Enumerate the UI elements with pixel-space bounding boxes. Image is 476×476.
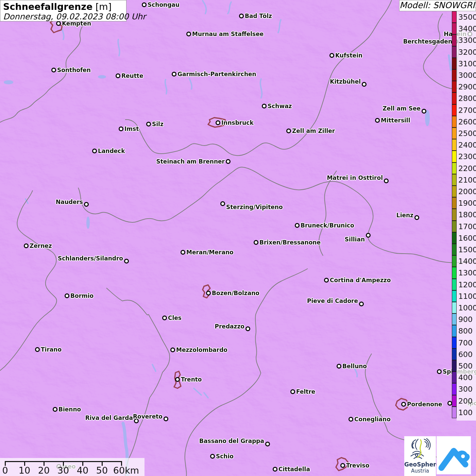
- mountain-cloud-icon: [437, 436, 471, 474]
- colorbar-tick-label: 900: [458, 316, 473, 323]
- partner-logo: [437, 436, 471, 474]
- city-marker-predazzo: [245, 326, 250, 331]
- weather-map: SchongauBad TölzKemptenMurnau am Staffel…: [0, 0, 476, 476]
- city-marker-spilimbergo: [437, 369, 442, 374]
- colorbar-segment: [452, 383, 457, 395]
- city-label: Kufstein: [335, 52, 362, 59]
- colorbar-segment: [452, 325, 457, 337]
- city-marker-nauders: [84, 202, 89, 207]
- city-label: Silz: [152, 121, 164, 128]
- colorbar-tick-label: 1800: [458, 211, 476, 219]
- geosphere-logo: GeoSphere Austria: [404, 436, 436, 476]
- colorbar-segment: [452, 69, 457, 81]
- colorbar-tick-label: 2200: [458, 165, 476, 172]
- colorbar-tick-label: 2000: [458, 188, 476, 196]
- scalebar-label: 0: [2, 465, 8, 476]
- city-label: Bruneck/Brunico: [301, 222, 354, 229]
- city-marker-matrei-in-osttirol: [384, 178, 389, 183]
- city-marker-sonthofen: [51, 68, 56, 72]
- city-marker-schio: [210, 454, 215, 459]
- scalebar-label: 40: [77, 465, 88, 476]
- colorbar-tick-label: 2700: [458, 107, 476, 114]
- city-marker-ipo: [447, 401, 452, 406]
- city-label: Zell am Ziller: [292, 128, 335, 134]
- city-label: Matrei in Osttirol: [327, 175, 383, 181]
- colorbar-tick-label: 2300: [458, 153, 476, 160]
- city-marker-belluno: [337, 364, 341, 369]
- colorbar-segment: [452, 23, 457, 34]
- city-label: Imst: [124, 126, 139, 132]
- scalebar-label: 20: [38, 465, 50, 476]
- city-label: Tirano: [41, 346, 62, 353]
- city-label: Mittersill: [381, 117, 410, 124]
- colorbar-segment: [452, 139, 457, 151]
- colorbar-tick-label: 1700: [458, 223, 476, 231]
- colorbar-tick-label: 2900: [458, 83, 476, 91]
- colorbar-tick-label: 1100: [458, 293, 476, 300]
- city-label: Cittadella: [278, 466, 310, 473]
- colorbar-tick-label: 2500: [458, 130, 476, 137]
- colorbar-tick-label: 1200: [458, 281, 476, 289]
- colorbar-segment: [452, 267, 457, 278]
- title-datetime: Donnerstag, 09.02.2023 08:00 Uhr: [3, 12, 123, 21]
- city-marker-bruneck-brunico: [295, 223, 300, 228]
- colorbar-segment: [452, 395, 457, 407]
- city-label: Landeck: [98, 148, 125, 154]
- colorbar-tick-label: 2800: [458, 95, 476, 102]
- colorbar-tick-label: 1600: [458, 235, 476, 242]
- city-marker-murnau-am-staffelsee: [186, 32, 191, 36]
- city-label: Brixen/Bressanone: [259, 239, 321, 246]
- city-label: Pieve di Cadore: [307, 298, 358, 304]
- city-marker-trento: [175, 377, 180, 382]
- city-label: Steinach am Brenner: [156, 158, 225, 165]
- city-marker-bozen-bolzano: [206, 291, 211, 295]
- city-label: Bozen/Bolzano: [212, 290, 259, 296]
- city-marker-meran-merano: [181, 250, 185, 255]
- city-label: Bienno: [58, 406, 81, 413]
- scalebar-label: 30: [57, 465, 69, 476]
- colorbar-segment: [452, 209, 457, 220]
- model-label: Modell: SNOWGRID: [399, 0, 476, 11]
- geosphere-contours-icon: [407, 438, 434, 460]
- colorbar-segment: [452, 360, 457, 372]
- city-label: Schongau: [148, 2, 180, 8]
- city-marker-landeck: [92, 149, 97, 153]
- colorbar-tick-label: 3000: [458, 72, 476, 79]
- city-marker-pordenone: [401, 402, 406, 407]
- colorbar-segment: [452, 34, 457, 46]
- colorbar-segment: [452, 372, 457, 383]
- city-marker-zernez: [24, 243, 29, 248]
- colorbar-tick-label: 3200: [458, 49, 476, 56]
- colorbar-segment: [452, 81, 457, 92]
- colorbar-segment: [452, 232, 457, 244]
- city-marker-silz: [146, 122, 151, 126]
- city-label: Meran/Merano: [186, 249, 234, 256]
- page-title: Schneefallgrenze [m]: [3, 1, 123, 12]
- city-label: Zell am See: [382, 105, 421, 112]
- city-label: Schio: [216, 453, 234, 460]
- city-label: Innsbruck: [221, 120, 254, 126]
- colorbar-tick-label: 1300: [458, 269, 476, 277]
- city-marker-innsbruck: [216, 120, 220, 125]
- colorbar-segment: [452, 221, 457, 232]
- colorbar-tick-label: 2100: [458, 176, 476, 184]
- colorbar-tick-label: 3500: [458, 14, 476, 21]
- city-marker-zell-am-ziller: [286, 129, 291, 133]
- city-marker-schongau: [142, 2, 147, 7]
- title-unit: [m]: [96, 1, 112, 12]
- colorbar-segment: [452, 174, 457, 186]
- city-label: Bormio: [70, 293, 94, 299]
- city-label: Mezzolombardo: [176, 347, 227, 353]
- colorbar-segment: [452, 255, 457, 267]
- city-marker-sillian: [366, 233, 371, 238]
- colorbar-segment: [452, 348, 457, 360]
- geosphere-name: GeoSphere: [404, 462, 436, 468]
- colorbar-segment: [452, 302, 457, 313]
- city-label: Garmisch-Partenkirchen: [177, 71, 256, 78]
- colorbar-segment: [452, 337, 457, 348]
- colorbar-tick-label: 3400: [458, 25, 476, 33]
- city-label: Bassano del Grappa: [199, 438, 264, 444]
- colorbar-segment: [452, 313, 457, 325]
- colorbar-segment: [452, 197, 457, 209]
- city-marker-brixen-bressanone: [254, 240, 258, 245]
